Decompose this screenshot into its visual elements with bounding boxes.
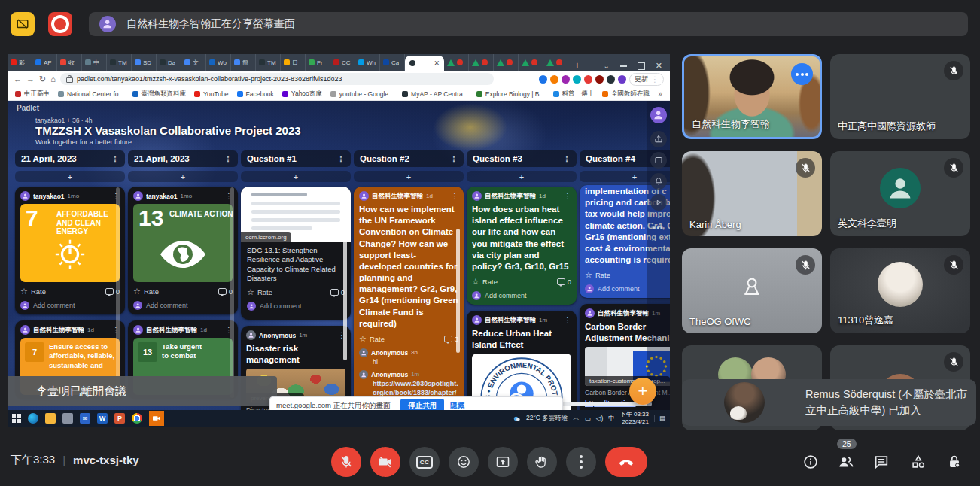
rate-star-icon[interactable] (585, 270, 592, 280)
tray-display-icon[interactable]: ▭ (585, 415, 591, 422)
rate-star-icon[interactable] (472, 277, 479, 287)
bookmark-item[interactable]: Yahoo奇摩 (282, 90, 322, 99)
add-comment-row[interactable]: Add comment (133, 301, 233, 310)
padlet-board[interactable]: Padlet tanyakao1 + 36 · 4h TMZZSH X Vasa… (8, 101, 670, 410)
back-icon[interactable]: ← (14, 75, 22, 84)
card-menu-icon[interactable] (564, 192, 571, 200)
camera-toggle-button[interactable] (370, 447, 400, 477)
powerpoint-icon[interactable]: P (114, 413, 125, 424)
column-header[interactable]: 21 April, 2023 (128, 150, 238, 167)
bookmark-item[interactable]: YouTube (194, 90, 228, 99)
more-options-button[interactable] (566, 447, 596, 477)
bookmark-item[interactable]: Explore Biology | B... (476, 90, 545, 99)
shared-screen[interactable]: 影AP收中TMSDDa文Wo簡TM日FrCCWhCa ✕ + ⌄ ✕ ← → ↻… (8, 54, 670, 427)
chrome-icon[interactable] (132, 413, 142, 424)
extension-icon[interactable] (573, 75, 581, 84)
rate-star-icon[interactable] (359, 334, 367, 344)
forward-icon[interactable]: → (26, 75, 35, 84)
close-window-icon[interactable]: ✕ (656, 61, 662, 71)
taskbar-clock[interactable]: 下午 03:332023/4/21 (620, 411, 649, 425)
extension-icon[interactable] (550, 75, 558, 84)
column-scrollbar[interactable] (230, 187, 234, 398)
tab-search-icon[interactable]: ⌄ (603, 62, 609, 70)
reload-icon[interactable]: ↻ (39, 75, 46, 84)
post-card-heat-island[interactable]: 自然科生物李智翰1d How does urban heat island ef… (467, 187, 577, 305)
browser-tab[interactable]: 文 (181, 54, 206, 71)
raise-hand-button[interactable] (527, 447, 557, 477)
add-post-row[interactable]: + (467, 171, 577, 182)
notification-icon[interactable]: ▤ (654, 415, 665, 422)
rate-star-icon[interactable] (133, 287, 141, 296)
start-button[interactable] (12, 414, 21, 423)
presentation-paused-icon[interactable] (11, 12, 35, 36)
rate-star-icon[interactable] (20, 287, 28, 296)
extension-icon[interactable] (607, 75, 615, 84)
column-scrollbar[interactable] (343, 191, 347, 360)
add-comment-row[interactable]: Add comment (247, 302, 345, 311)
activities-button[interactable] (909, 453, 927, 471)
post-card-epa[interactable]: 自然科生物李智翰1m Reduce Urban Heat Island Effe… (467, 311, 577, 410)
browser-tab[interactable]: 收 (57, 54, 82, 71)
extension-icon[interactable] (595, 75, 604, 84)
recording-indicator[interactable] (48, 12, 72, 36)
browser-tab[interactable]: Da (157, 54, 181, 71)
card-menu-icon[interactable] (564, 316, 571, 324)
browser-tab[interactable]: 日 (281, 54, 306, 71)
chat-button[interactable] (872, 453, 890, 471)
column-menu-icon[interactable] (337, 155, 345, 163)
add-post-row[interactable]: + (241, 171, 351, 182)
column-menu-icon[interactable] (563, 155, 571, 163)
browser-tab[interactable]: TM (256, 54, 281, 71)
chrome-update-button[interactable]: 更新 (629, 73, 664, 86)
column-scrollbar[interactable] (116, 187, 120, 398)
column-menu-icon[interactable] (111, 155, 119, 163)
browser-tab[interactable]: 影 (8, 54, 32, 71)
present-button[interactable] (488, 447, 518, 477)
post-card-unfccc[interactable]: 自然科生物李智翰1d How can we implement the UN F… (354, 187, 464, 410)
people-button[interactable] (837, 453, 855, 471)
post-card-sdg13[interactable]: tanyakao11mo 13 CLIMATE ACTION Rate0 Add… (128, 187, 238, 314)
bookmark-item[interactable]: 臺灣魚類資料庫 (132, 90, 187, 99)
add-post-row[interactable]: + (128, 171, 238, 182)
tile-participant[interactable]: 英文科李壹明 (830, 151, 970, 236)
tile-participant[interactable]: 11310曾逸嘉 (830, 248, 970, 333)
browser-tab[interactable]: Ca (380, 54, 405, 71)
browser-tab[interactable]: SD (132, 54, 157, 71)
add-comment-row[interactable]: Add comment (472, 291, 571, 300)
weather-text[interactable]: 22°C 多雲時陰 (526, 414, 568, 423)
browser-tab[interactable]: CC (330, 54, 355, 71)
tile-presenter[interactable]: 自然科生物李智翰 (682, 54, 822, 139)
bookmarks-overflow-icon[interactable]: » (658, 90, 662, 98)
browser-tab[interactable]: Fr (306, 54, 330, 71)
bookmark-item[interactable]: 中正高中 (15, 90, 50, 99)
leave-call-button[interactable] (605, 447, 647, 477)
google-meet-taskbar-icon[interactable] (149, 411, 164, 426)
bookmark-item[interactable]: youtube - Google... (330, 90, 394, 99)
add-post-fab[interactable]: + (629, 378, 656, 405)
app-icon[interactable] (62, 413, 73, 424)
close-tab-icon[interactable]: ✕ (434, 60, 440, 67)
bookmark-item[interactable]: 全國教師在職進修... (602, 90, 650, 99)
tile-participant[interactable]: Karin Åberg (682, 151, 822, 236)
bookmark-item[interactable]: National Center fo... (58, 90, 124, 99)
rail-more-icon[interactable]: … (652, 218, 664, 232)
extension-icon[interactable] (584, 75, 592, 84)
mail-icon[interactable]: ✉ (80, 413, 90, 424)
browser-tab[interactable]: Wh (355, 54, 380, 71)
address-bar[interactable]: padlet.com/tanyakao1/tmzzsh-x-vasaskolan… (60, 73, 494, 85)
browser-tab[interactable]: AP (32, 54, 57, 71)
mic-toggle-button[interactable] (331, 447, 361, 477)
tile-participant[interactable]: 中正高中國際資源教師 (830, 54, 970, 139)
add-post-row[interactable]: + (15, 171, 125, 182)
column-header[interactable]: 21 April, 2023 (15, 150, 125, 167)
slideshow-play-icon[interactable] (650, 194, 667, 211)
post-card-sdg7[interactable]: tanyakao11mo 7 AFFORDABLE AND CLEAN ENER… (15, 187, 125, 314)
column-header[interactable]: Question #3 (467, 150, 577, 167)
tray-expand-icon[interactable]: ︿ (573, 414, 580, 423)
column-scrollbar[interactable] (456, 229, 460, 353)
add-comment-row[interactable]: Add comment (20, 301, 120, 310)
browser-tab[interactable]: 簡 (231, 54, 256, 71)
tile-more-button[interactable] (791, 63, 813, 85)
column-header[interactable]: Question #2 (354, 150, 464, 167)
browser-tab[interactable] (469, 54, 494, 71)
